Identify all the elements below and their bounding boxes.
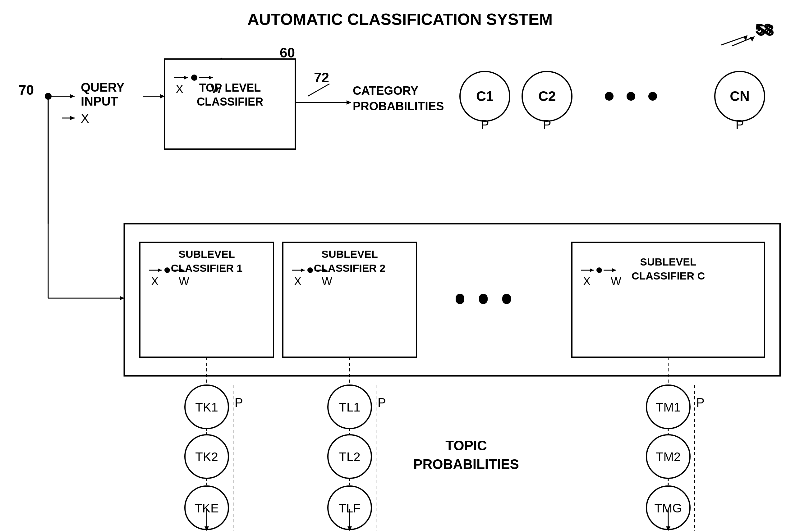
svg-text:X: X	[151, 275, 159, 288]
c1-p: P	[481, 118, 489, 131]
dot1	[605, 92, 614, 101]
svg-point-95	[45, 93, 52, 100]
svg-marker-3	[70, 94, 75, 98]
topic-prob-label1: TOPIC	[446, 438, 487, 453]
tk2-label: TK2	[195, 450, 218, 464]
tl2-label: TL2	[339, 450, 361, 464]
svg-point-61	[164, 267, 170, 273]
svg-point-71	[307, 267, 313, 273]
dot3	[648, 92, 657, 101]
c2-p: P	[543, 118, 551, 131]
svg-text:CLASSIFIER: CLASSIFIER	[197, 95, 263, 108]
svg-text:TOP LEVEL: TOP LEVEL	[199, 81, 261, 94]
diagram-title: AUTOMATIC CLASSIFICATION SYSTEM	[248, 10, 552, 28]
tm-p-label: P	[696, 396, 705, 409]
cn-p: P	[736, 118, 744, 131]
tk-p-label: P	[235, 396, 243, 409]
tl-p-label: P	[378, 396, 386, 409]
svg-marker-6	[160, 94, 165, 98]
cn-label: CN	[730, 89, 750, 104]
svg-line-17	[308, 84, 329, 96]
tk1-label: TK1	[195, 400, 218, 414]
c2-label: C2	[538, 89, 556, 104]
svg-point-90	[502, 296, 511, 304]
dot2	[626, 92, 635, 101]
svg-text:SUBLEVEL: SUBLEVEL	[640, 256, 696, 268]
svg-marker-16	[347, 100, 351, 104]
query-input-label: QUERY	[81, 80, 125, 94]
arrow-tl-down	[347, 527, 352, 531]
svg-text:W: W	[179, 275, 189, 288]
diagram: AUTOMATIC CLASSIFICATION SYSTEM 58 70 QU…	[0, 0, 800, 532]
svg-text:W: W	[611, 275, 621, 288]
svg-text:CLASSIFIER C: CLASSIFIER C	[632, 270, 705, 282]
svg-marker-94	[750, 37, 754, 42]
svg-text:SUBLEVEL: SUBLEVEL	[321, 248, 378, 260]
svg-marker-8	[70, 116, 75, 120]
x-label-input: X	[81, 112, 89, 125]
c1-label: C1	[476, 89, 494, 104]
svg-text:X: X	[294, 275, 302, 288]
topic-prob-label2: PROBABILITIES	[413, 457, 519, 472]
svg-point-81	[596, 267, 602, 273]
ref-60: 60	[280, 45, 295, 60]
cat-prob-label2: PROBABILITIES	[353, 100, 444, 113]
cat-prob-label1: CATEGORY	[353, 84, 418, 97]
svg-text:SUBLEVEL: SUBLEVEL	[178, 248, 235, 260]
svg-text:W: W	[322, 275, 332, 288]
tl1-label: TL1	[339, 400, 361, 414]
tm1-label: TM1	[656, 400, 681, 414]
svg-point-51	[191, 75, 197, 81]
ref-70: 70	[19, 82, 34, 97]
arrow-tm-down	[666, 527, 670, 531]
tm2-label: TM2	[656, 450, 681, 464]
svg-point-88	[456, 296, 464, 304]
svg-text:CLASSIFIER 2: CLASSIFIER 2	[314, 262, 385, 274]
svg-text:CLASSIFIER 1: CLASSIFIER 1	[171, 262, 242, 274]
svg-point-89	[479, 296, 488, 304]
svg-text:58: 58	[757, 22, 774, 39]
svg-text:X: X	[583, 275, 590, 288]
ref-72: 72	[314, 70, 329, 85]
svg-line-0	[721, 36, 747, 45]
query-input-label2: INPUT	[81, 94, 118, 108]
svg-text:X: X	[176, 82, 183, 96]
